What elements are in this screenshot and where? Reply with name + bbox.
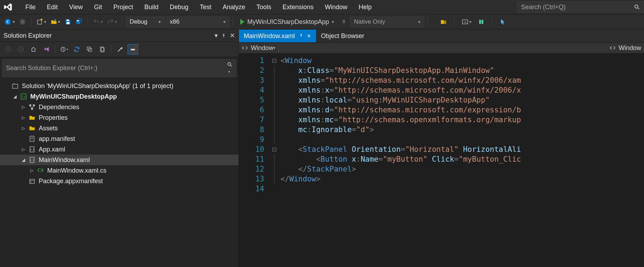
breadcrumb-right-dropdown[interactable]: Window [609, 44, 641, 52]
project-node[interactable]: ◢ C# MyWinUICSharpDesktopApp [0, 91, 239, 102]
new-item-button[interactable]: ▾ [35, 16, 48, 27]
menu-help[interactable]: Help [354, 1, 377, 13]
svg-rect-29 [31, 108, 33, 110]
start-target-label: MyWinUICSharpDesktopApp [247, 18, 329, 26]
svg-rect-24 [13, 83, 14, 85]
tree-item-mainwindow-xaml[interactable]: ◢ MainWindow.xaml [0, 155, 239, 165]
play-icon [240, 19, 244, 25]
line-number-gutter: 1234567891011121314 [239, 54, 271, 267]
tab-mainwindow-xaml[interactable]: MainWindow.xaml ✕ [239, 30, 316, 42]
tree-item-app-xaml[interactable]: ▷ App.xaml [0, 144, 239, 155]
appx-icon [28, 177, 36, 185]
solution-node[interactable]: Solution 'MyWinUICSharpDesktopApp' (1 of… [0, 81, 239, 91]
svg-rect-34 [30, 179, 34, 184]
debugger-type-dropdown[interactable]: Native Only ▾ [350, 17, 424, 27]
svg-rect-8 [77, 20, 79, 21]
sync-button[interactable] [72, 44, 82, 55]
tab-object-browser[interactable]: Object Browser [316, 30, 369, 42]
find-in-files-button[interactable] [439, 16, 448, 27]
expand-icon: ▷ [21, 126, 25, 131]
menu-tools[interactable]: Tools [252, 1, 276, 13]
code-editor[interactable]: 1234567891011121314 −− <Window x:Class="… [239, 54, 644, 267]
toolbar-separator [55, 45, 55, 54]
switch-views-button[interactable] [41, 44, 51, 55]
pin-icon[interactable] [221, 33, 226, 38]
pin-icon[interactable] [299, 33, 303, 39]
toolbar-separator [492, 17, 492, 26]
save-button[interactable] [63, 16, 73, 27]
editor-tabs: MainWindow.xaml ✕ Object Browser [239, 30, 644, 42]
chevron-down-icon: ▾ [44, 19, 46, 24]
tree-label: Dependencies [39, 104, 79, 111]
svg-point-31 [31, 137, 33, 139]
collapse-all-button[interactable] [84, 44, 95, 55]
menu-window[interactable]: Window [320, 1, 352, 13]
window-position-icon[interactable]: ▾ [215, 32, 218, 39]
tree-item-mainwindow-cs[interactable]: ▷ C# MainWindow.xaml.cs [0, 165, 239, 176]
menu-project[interactable]: Project [109, 1, 138, 13]
svg-point-21 [228, 63, 231, 66]
svg-rect-16 [87, 47, 90, 50]
platform-dropdown[interactable]: x86 ▾ [166, 17, 229, 27]
vs-logo-icon [3, 2, 13, 12]
menu-view[interactable]: View [64, 1, 88, 13]
tree-item-package-appxmanifest[interactable]: Package.appxmanifest [0, 176, 239, 186]
menu-analyze[interactable]: Analyze [218, 1, 250, 13]
fold-column[interactable]: −− [271, 54, 278, 267]
menu-git[interactable]: Git [89, 1, 107, 13]
breadcrumb-left-dropdown[interactable]: Window [242, 44, 273, 52]
tree-item-app-manifest[interactable]: app.manifest [0, 134, 239, 144]
tree-item-properties[interactable]: ▷ Properties [0, 112, 239, 123]
show-all-files-button[interactable] [97, 44, 107, 55]
nav-back-button[interactable]: ▾ [3, 16, 16, 27]
svg-rect-17 [88, 48, 92, 51]
layout-button[interactable] [476, 16, 486, 27]
pending-changes-filter-button[interactable]: ▾ [59, 44, 69, 55]
toolbar-separator [88, 17, 88, 26]
chevron-down-icon[interactable]: ▾ [273, 45, 275, 50]
svg-rect-4 [37, 20, 42, 24]
chevron-down-icon: ▾ [228, 70, 230, 74]
nav-forward-button[interactable] [18, 16, 27, 27]
properties-button[interactable] [115, 44, 125, 55]
svg-rect-23 [13, 84, 18, 88]
preview-selected-button[interactable] [128, 44, 138, 55]
start-debug-button[interactable]: MyWinUICSharpDesktopApp ▾ [237, 16, 338, 27]
tree-item-assets[interactable]: ▷ Assets [0, 123, 239, 134]
cursor-button[interactable] [498, 16, 508, 27]
browse-button[interactable]: ▾ [460, 16, 473, 27]
svg-rect-6 [67, 19, 69, 21]
back-button[interactable] [3, 44, 13, 55]
tree-item-dependencies[interactable]: ▷ Dependencies [0, 102, 239, 112]
close-icon[interactable]: ✕ [307, 33, 311, 39]
menu-test[interactable]: Test [195, 1, 216, 13]
menu-debug[interactable]: Debug [165, 1, 193, 13]
home-button[interactable] [28, 44, 39, 55]
svg-point-13 [6, 47, 11, 52]
config-dropdown[interactable]: Debug ▾ [126, 17, 165, 27]
tree-label: Properties [39, 114, 68, 122]
expand-icon: ▷ [21, 115, 25, 120]
toolbar-separator [454, 17, 454, 26]
menu-build[interactable]: Build [140, 1, 163, 13]
code-content[interactable]: <Window x:Class="MyWinUICSharpDesktopApp… [278, 54, 644, 267]
save-all-button[interactable] [74, 16, 84, 27]
menu-edit[interactable]: Edit [42, 1, 63, 13]
solution-search[interactable]: Search Solution Explorer (Ctrl+;) ▾ [2, 59, 236, 77]
global-search[interactable]: Search (Ctrl+Q) [517, 1, 644, 13]
toolbar-separator [111, 45, 111, 54]
svg-line-22 [230, 65, 232, 67]
svg-rect-27 [30, 105, 31, 106]
chevron-down-icon: ▾ [159, 19, 161, 24]
hot-reload-button[interactable] [339, 16, 349, 27]
redo-button[interactable]: ▾ [106, 16, 118, 27]
forward-button[interactable] [16, 44, 26, 55]
menu-file[interactable]: File [20, 1, 41, 13]
search-icon: ▾ [227, 62, 233, 75]
menu-extensions[interactable]: Extensions [278, 1, 318, 13]
solution-explorer-panel: Solution Explorer ▾ ✕ ▾ [0, 30, 239, 267]
close-icon[interactable]: ✕ [230, 32, 235, 39]
open-button[interactable]: ▾ [49, 16, 62, 27]
toolbar-separator [31, 17, 31, 26]
undo-button[interactable]: ▾ [92, 16, 104, 27]
